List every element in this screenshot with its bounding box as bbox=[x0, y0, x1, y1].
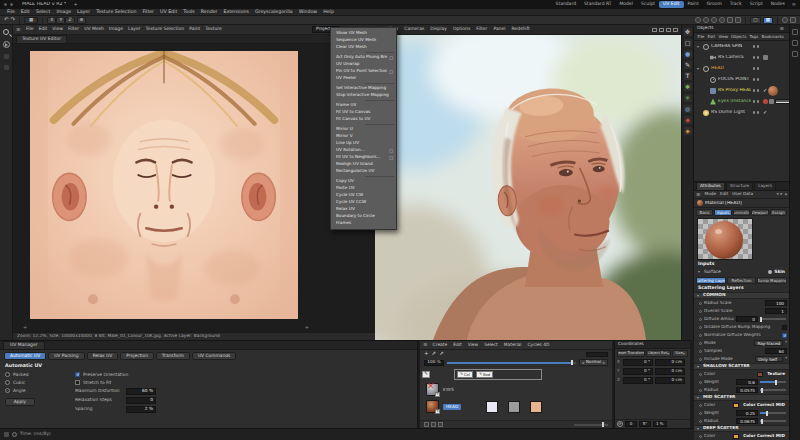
menu-item[interactable]: Render bbox=[198, 10, 221, 15]
material-tag-icon[interactable] bbox=[768, 86, 778, 96]
value-field[interactable]: 0 bbox=[126, 397, 156, 404]
toolbar-icon[interactable] bbox=[719, 17, 725, 23]
menu-item[interactable]: Redshift bbox=[509, 27, 533, 32]
visibility-dots[interactable] bbox=[753, 89, 759, 91]
surface-row[interactable]: ▾ Surface Skin bbox=[694, 268, 789, 276]
section-tab[interactable]: Viewport bbox=[751, 209, 768, 216]
pick-icon[interactable]: ➚ bbox=[432, 351, 437, 357]
animation-dot-icon[interactable] bbox=[699, 412, 702, 415]
expand-icon[interactable]: ▾ bbox=[697, 67, 701, 71]
rotation-field[interactable]: 0 ° bbox=[623, 359, 653, 366]
menu-item[interactable]: Edit bbox=[718, 192, 730, 196]
search-input[interactable] bbox=[586, 352, 608, 357]
color-swatch[interactable] bbox=[508, 401, 520, 413]
objects-panel-tab[interactable]: Objects ≡ bbox=[694, 25, 789, 33]
panel-menu-icon[interactable]: ≡ bbox=[16, 27, 21, 33]
animation-dot-icon[interactable] bbox=[699, 310, 702, 313]
material-list[interactable]: ✎ ✎Col ✎Bod ✕✎ EYES ✎ HEAD bbox=[420, 367, 612, 420]
menu-item[interactable]: Paste UV bbox=[331, 185, 396, 192]
list-view-icon[interactable] bbox=[424, 422, 429, 427]
move-tool-icon[interactable]: ✥ bbox=[684, 28, 692, 36]
object-row[interactable]: FOCUS POINT bbox=[701, 74, 789, 85]
menu-item[interactable]: Edit bbox=[706, 35, 717, 39]
spline-tool-icon[interactable]: ✱ bbox=[684, 83, 692, 91]
subtab[interactable]: Reflection bbox=[727, 277, 757, 284]
field-icon[interactable]: ◈ bbox=[684, 127, 692, 135]
menu-item[interactable]: Create bbox=[430, 343, 451, 347]
toolbar-icon[interactable] bbox=[695, 17, 701, 23]
menu-item[interactable]: Filter bbox=[139, 10, 157, 15]
history-back-icon[interactable]: ◂ bbox=[776, 192, 778, 197]
expand-icon[interactable]: ▾ bbox=[698, 270, 702, 274]
attribute-row[interactable]: Samples ✓ 64 ▾ bbox=[694, 347, 789, 355]
subtab[interactable]: Scattering Layers bbox=[696, 277, 726, 284]
layout-tab[interactable]: Script bbox=[746, 1, 767, 8]
slider[interactable] bbox=[760, 420, 786, 422]
menu-item[interactable]: Tags bbox=[748, 35, 760, 39]
axis-lock-button[interactable]: Y bbox=[56, 17, 65, 24]
group-header[interactable]: ▾SHALLOW SCATTER bbox=[694, 363, 789, 370]
menu-item[interactable]: Texture Selection bbox=[93, 10, 139, 15]
menu-item[interactable]: Mirror V bbox=[331, 133, 396, 140]
value-field[interactable]: 64 bbox=[765, 348, 787, 354]
panel-menu-icon[interactable]: ≡ bbox=[779, 26, 784, 32]
rotation-field[interactable]: 0 ° bbox=[623, 368, 653, 375]
blend-mode-dropdown[interactable]: ◂Normal▸ bbox=[579, 359, 608, 366]
display-tag-icon[interactable] bbox=[769, 99, 774, 104]
menu-item[interactable]: Help bbox=[320, 10, 337, 15]
attribute-row[interactable]: Diffuse Amount ✓ 0 ▾ bbox=[694, 315, 789, 323]
menu-item[interactable]: Material bbox=[501, 343, 525, 347]
menu-item[interactable]: Greyscalegorilla bbox=[252, 10, 296, 15]
material-thumbnail[interactable]: ✎ bbox=[426, 400, 439, 413]
animation-dot-icon[interactable] bbox=[699, 358, 702, 361]
animation-dot-icon[interactable] bbox=[699, 381, 702, 384]
menu-item[interactable]: UV Unwrap bbox=[331, 61, 396, 68]
menu-item[interactable]: Layer bbox=[125, 27, 143, 32]
panel-tab[interactable]: Structure bbox=[726, 182, 753, 190]
visibility-dots[interactable] bbox=[753, 78, 759, 80]
menu-item[interactable]: Rectangularize UV bbox=[331, 168, 396, 175]
size-field[interactable]: 0 cm bbox=[655, 377, 685, 384]
menu-item[interactable]: Act Only Auto Phong Breaking□ bbox=[331, 54, 396, 61]
menu-item[interactable]: Frame UV bbox=[331, 102, 396, 109]
size-field[interactable]: 0 cm bbox=[655, 368, 685, 375]
apply-button[interactable]: Apply bbox=[5, 398, 35, 406]
menu-item[interactable]: UV Mesh bbox=[82, 27, 107, 32]
menu-item[interactable]: Tools bbox=[180, 10, 198, 15]
attribute-row[interactable]: Include Mode ✓ Only Self ▾ bbox=[694, 355, 789, 363]
size-field[interactable]: 0 cm bbox=[655, 359, 685, 366]
layout-menu-icon[interactable]: ≡ bbox=[792, 2, 796, 7]
menu-item[interactable]: Show UV Mesh bbox=[331, 30, 396, 37]
menu-item[interactable]: UV Rotation…□ bbox=[331, 147, 396, 154]
zoom-slider[interactable] bbox=[447, 362, 576, 364]
color-swatch[interactable] bbox=[486, 401, 498, 413]
color-chip[interactable] bbox=[733, 434, 739, 439]
object-row[interactable]: ▾ CAMERA SPIN bbox=[694, 41, 789, 52]
menu-item[interactable]: Edit bbox=[36, 27, 50, 32]
thumbnail-size-slider[interactable] bbox=[574, 424, 608, 426]
attribute-row[interactable]: Radius ✓ 0.0675 ▾ bbox=[694, 417, 789, 425]
value-field[interactable]: 1 bbox=[765, 308, 787, 314]
value-field[interactable]: Texture bbox=[765, 371, 787, 377]
animation-dot-icon[interactable] bbox=[699, 302, 702, 305]
menu-item[interactable]: Boundary to Circle bbox=[331, 213, 396, 220]
mode-tab[interactable]: UV Packing bbox=[48, 352, 85, 360]
axis-lock-button[interactable]: X bbox=[47, 17, 56, 24]
layout-tab[interactable]: Paint bbox=[684, 1, 703, 8]
menu-item[interactable]: Clear UV Mesh bbox=[331, 44, 396, 51]
menu-item[interactable]: View bbox=[50, 27, 66, 32]
menu-item[interactable]: Extensions bbox=[221, 10, 252, 15]
attribute-row[interactable]: Color ✓ Texture ▾ bbox=[694, 370, 789, 378]
window-control-icon[interactable] bbox=[4, 3, 7, 6]
panel-tab[interactable]: Layers bbox=[754, 182, 776, 190]
menu-item[interactable]: Filter bbox=[473, 27, 490, 32]
slider[interactable] bbox=[760, 318, 786, 320]
menu-item[interactable]: Copy UV bbox=[331, 178, 396, 185]
radio-option[interactable]: Cubic bbox=[5, 379, 65, 387]
menu-item[interactable]: Edit bbox=[18, 10, 33, 15]
animation-dot-icon[interactable] bbox=[699, 334, 702, 337]
quantize-scale-field[interactable]: 1 % bbox=[653, 421, 667, 427]
window-control-icon[interactable] bbox=[10, 3, 13, 6]
radio-option[interactable]: Angle bbox=[5, 387, 65, 395]
menu-item[interactable]: Layer bbox=[74, 10, 93, 15]
